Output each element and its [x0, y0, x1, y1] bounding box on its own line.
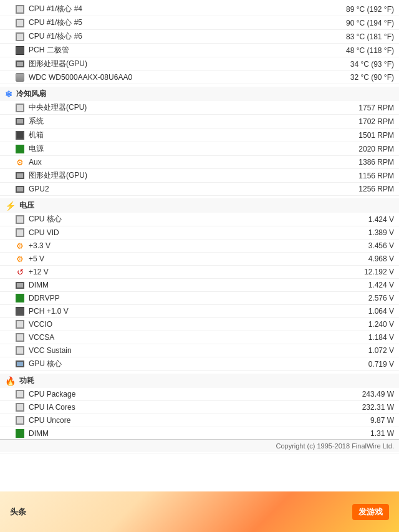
table-row[interactable]: DDRVPP 2.576 V: [0, 292, 399, 305]
sensor-value: 1.31 W: [319, 429, 394, 438]
voltage-section-header: ⚡ 电压: [0, 198, 399, 213]
table-row[interactable]: VCC Sustain 1.072 V: [0, 344, 399, 357]
table-row[interactable]: PCH +1.0 V 1.064 V: [0, 305, 399, 318]
cpu-icon: [15, 389, 25, 399]
sensor-value: 34 °C (93 °F): [319, 60, 394, 69]
sensor-value: 1.072 V: [319, 346, 394, 355]
cpu-icon: [15, 332, 25, 342]
table-row[interactable]: 中央处理器(CPU) 1757 RPM: [0, 101, 399, 115]
sensor-value: 1.184 V: [319, 333, 394, 342]
main-content: CPU #1/核心 #4 89 °C (192 °F) CPU #1/核心 #5…: [0, 0, 399, 493]
table-row[interactable]: VCCSA 1.184 V: [0, 331, 399, 344]
sensor-value: 1.064 V: [319, 307, 394, 316]
cpu-icon: [15, 18, 25, 28]
table-row[interactable]: 系统 1702 RPM: [0, 115, 399, 128]
red-arrow-icon: ↺: [15, 267, 25, 277]
table-row[interactable]: WDC WD5000AAKX-08U6AA0 32 °C (90 °F): [0, 71, 399, 84]
sensor-value: 1256 RPM: [319, 185, 394, 193]
table-row[interactable]: CPU Package 243.49 W: [0, 388, 399, 401]
monitor2-icon: [15, 359, 25, 369]
cpu-icon: [15, 228, 25, 238]
table-row[interactable]: CPU IA Cores 232.31 W: [0, 401, 399, 414]
green-icon: [15, 428, 25, 438]
chip-icon: [15, 130, 25, 140]
sensor-value: 2.576 V: [319, 294, 394, 302]
sensor-value: 2020 RPM: [319, 145, 394, 153]
sensor-name: DIMM: [29, 429, 319, 438]
sensor-name: CPU Uncore: [29, 416, 319, 425]
copyright-bar: Copyright (c) 1995-2018 FinalWire Ltd.: [0, 439, 399, 452]
sensor-value: 83 °C (181 °F): [319, 32, 394, 41]
table-row[interactable]: GPU2 1256 RPM: [0, 183, 399, 196]
table-row[interactable]: 图形处理器(GPU) 34 °C (93 °F): [0, 57, 399, 71]
table-row[interactable]: CPU #1/核心 #6 83 °C (181 °F): [0, 30, 399, 44]
table-row[interactable]: ⚙ +5 V 4.968 V: [0, 253, 399, 266]
sensor-value: 1.389 V: [319, 228, 394, 237]
sensor-name: PCH +1.0 V: [29, 307, 319, 316]
sensor-name: CPU VID: [29, 228, 319, 237]
sensor-value: 9.87 W: [319, 416, 394, 425]
table-row[interactable]: DIMM 1.31 W: [0, 427, 399, 440]
table-row[interactable]: DIMM 1.424 V: [0, 279, 399, 292]
cpu-icon: [15, 346, 25, 355]
table-row[interactable]: CPU 核心 1.424 V: [0, 213, 399, 226]
sensor-value: 32 °C (90 °F): [319, 73, 394, 82]
table-row[interactable]: CPU #1/核心 #4 89 °C (192 °F): [0, 2, 399, 16]
table-row[interactable]: 图形处理器(GPU) 1156 RPM: [0, 169, 399, 183]
sensor-name: GPU 核心: [29, 359, 319, 369]
table-row[interactable]: 电源 2020 RPM: [0, 142, 399, 156]
sensor-value: 1.240 V: [319, 320, 394, 329]
sensor-name: CPU #1/核心 #4: [29, 4, 319, 14]
copyright-text: Copyright (c) 1995-2018 FinalWire Ltd.: [276, 442, 394, 450]
sensor-value: 12.192 V: [319, 268, 394, 276]
table-row[interactable]: CPU Uncore 9.87 W: [0, 414, 399, 427]
sensor-name: VCCSA: [29, 333, 319, 342]
cpu-icon: [15, 319, 25, 329]
cpu-icon: [15, 4, 25, 14]
table-row[interactable]: PCH 二极管 48 °C (118 °F): [0, 44, 399, 57]
table-row[interactable]: 机箱 1501 RPM: [0, 128, 399, 142]
sensor-value: 1.424 V: [319, 281, 394, 289]
sensor-name: CPU Package: [29, 390, 319, 399]
monitor-icon: [15, 171, 25, 181]
gear-icon: ⚙: [15, 241, 25, 251]
cpu-icon: [15, 215, 25, 225]
sensor-value: 4.968 V: [319, 254, 394, 263]
monitor-icon: [15, 117, 25, 127]
fan-section-header: ❄ 冷知风扇: [0, 87, 399, 101]
watermark-logo: 发游戏: [352, 504, 389, 520]
table-row[interactable]: GPU 核心 0.719 V: [0, 357, 399, 371]
sensor-name: 系统: [29, 116, 319, 127]
sensor-list: CPU #1/核心 #4 89 °C (192 °F) CPU #1/核心 #5…: [0, 0, 399, 456]
monitor-icon: [15, 59, 25, 69]
sensor-name: VCC Sustain: [29, 346, 319, 355]
green-icon: [15, 293, 25, 303]
table-row[interactable]: ⚙ +3.3 V 3.456 V: [0, 239, 399, 253]
cpu-icon: [15, 415, 25, 425]
fire-icon: 🔥: [5, 376, 16, 386]
sensor-value: 1.424 V: [319, 215, 394, 224]
sensor-value: 1386 RPM: [319, 158, 394, 167]
sensor-name: WDC WD5000AAKX-08U6AA0: [29, 73, 319, 82]
cpu-icon: [15, 402, 25, 412]
table-row[interactable]: CPU VID 1.389 V: [0, 226, 399, 239]
sensor-name: DDRVPP: [29, 294, 319, 302]
power-section-label: 功耗: [19, 375, 34, 386]
sensor-value: 1757 RPM: [319, 104, 394, 112]
table-row[interactable]: ⚙ Aux 1386 RPM: [0, 156, 399, 169]
sensor-name: VCCIO: [29, 320, 319, 329]
table-row[interactable]: ↺ +12 V 12.192 V: [0, 266, 399, 279]
sensor-value: 3.456 V: [319, 241, 394, 250]
gear-icon: ⚙: [15, 157, 25, 167]
gear-icon: ⚙: [15, 254, 25, 264]
table-row[interactable]: VCCIO 1.240 V: [0, 318, 399, 331]
watermark-site: 头条: [10, 506, 26, 518]
table-row[interactable]: CPU #1/核心 #5 90 °C (194 °F): [0, 16, 399, 30]
sensor-value: 0.719 V: [319, 360, 394, 369]
sensor-value: 243.49 W: [319, 390, 394, 399]
sensor-name: +5 V: [29, 254, 319, 263]
pch-icon: [15, 46, 25, 56]
watermark-bar: 头条 发游戏: [0, 491, 399, 532]
sensor-value: 1156 RPM: [319, 172, 394, 180]
sensor-name: 电源: [29, 143, 319, 154]
